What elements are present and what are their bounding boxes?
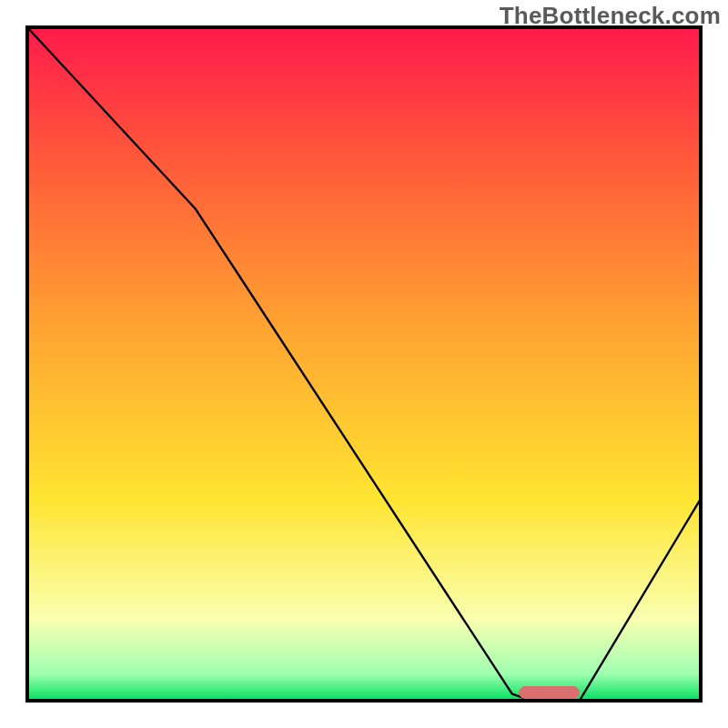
- watermark-label: TheBottleneck.com: [500, 2, 721, 30]
- bottleneck-chart: [0, 0, 728, 728]
- chart-background: [27, 27, 701, 701]
- optimum-marker: [519, 686, 580, 699]
- chart-frame: TheBottleneck.com: [0, 0, 728, 728]
